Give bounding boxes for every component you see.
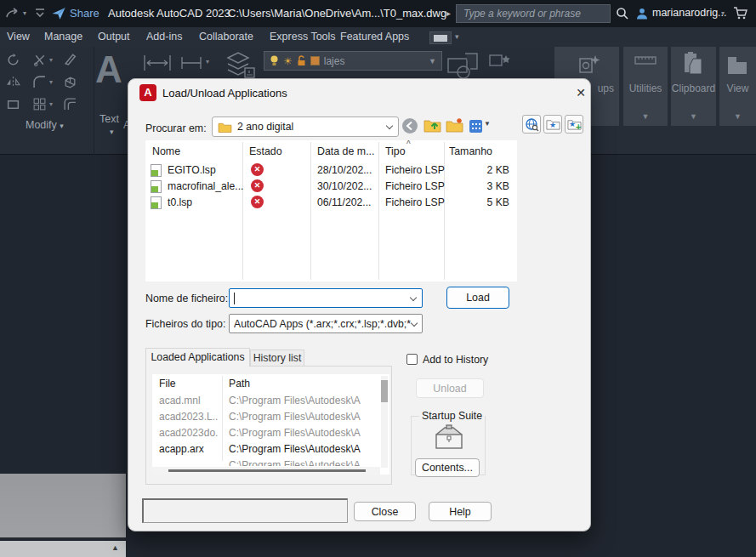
column-header-tipo[interactable]: Tipo [385,145,406,157]
layer-dropdown-caret[interactable]: ▼ [429,57,436,65]
redo-icon[interactable] [5,7,22,20]
column-header-data[interactable]: Data de m... [317,145,375,157]
tab-add-ins[interactable]: Add-ins [146,31,182,43]
app-store-cart-icon[interactable] [733,6,748,20]
new-folder-button[interactable] [445,116,463,134]
search-history-arrow[interactable]: ▸ [446,9,451,18]
file-row[interactable]: t0.lsp ✕ 06/11/202... Ficheiro LSP 5 KB [145,195,517,211]
scrollbar-thumb[interactable] [168,469,366,472]
dimension-tool-icon[interactable] [143,54,172,72]
share-button[interactable]: Share [70,7,99,20]
docked-palette-footer[interactable] [0,541,126,557]
loaded-row[interactable]: acad.mnl C:\Program Files\Autodesk\AutoC… [152,395,389,411]
back-button[interactable] [401,117,419,135]
clipboard-panel-caret[interactable]: ▼ [671,112,716,121]
tab-output[interactable]: Output [98,31,130,43]
clipboard-panel-tile[interactable]: Clipboard ▼ [671,47,716,126]
tab-collaborate[interactable]: Collaborate [199,31,253,43]
close-button[interactable]: Close [354,502,416,521]
look-in-dropdown-caret[interactable] [386,123,393,130]
help-search-box[interactable] [456,4,611,23]
layer-selector[interactable]: ☀ lajes ▼ [264,51,442,71]
rotate-tool-icon[interactable] [6,53,20,67]
layer-on-bulb-icon[interactable] [270,55,279,66]
utilities-panel-caret[interactable]: ▼ [623,112,668,121]
scrollbar-thumb[interactable] [381,380,388,402]
unload-button[interactable]: Unload [416,378,484,398]
fillet-dropdown-caret[interactable]: ▾ [49,78,53,86]
rectangle-tool-icon[interactable] [6,97,20,111]
vertical-scrollbar[interactable] [381,376,388,468]
tab-featured-apps[interactable]: Featured Apps [340,31,409,43]
contents-button[interactable]: Contents... [415,458,480,477]
user-avatar-icon[interactable] [635,7,649,20]
folder-file-list[interactable]: Nome Estado Data de m... Tipo ^ Tamanho … [145,140,517,281]
trim-tool-icon[interactable] [32,53,47,67]
insert-block-icon[interactable] [446,50,482,81]
utilities-panel-tile[interactable]: Utilities ▼ [623,47,668,126]
layer-unlock-icon[interactable] [297,55,306,66]
dimension-style-icon[interactable] [180,54,202,72]
text-tool-icon[interactable]: A [95,48,122,91]
loaded-row[interactable]: acapp.arx C:\Program Files\Autodesk\Auto… [152,443,389,459]
erase-tool-icon[interactable] [63,52,77,66]
views-dropdown-caret[interactable]: ▼ [484,120,491,128]
favorites-folder-button[interactable]: ★ [543,115,562,134]
file-row[interactable]: EGITO.lsp ✕ 28/10/202... Ficheiro LSP 2 … [145,162,517,179]
loaded-row[interactable]: acad2023do... C:\Program Files\Autodesk\… [152,427,389,443]
view-panel-caret[interactable]: ▼ [719,112,756,121]
column-header-nome[interactable]: Nome [152,145,180,157]
redo-dropdown-caret[interactable]: ▾ [23,9,26,17]
layer-color-swatch[interactable] [310,56,320,65]
file-name-dropdown-caret[interactable] [410,295,417,302]
user-menu-caret[interactable]: ▾ [721,9,725,17]
file-row[interactable]: macrofinal_ale... ✕ 30/10/202... Ficheir… [145,179,517,195]
loaded-applications-list[interactable]: File Path acad.mnl C:\Program Files\Auto… [152,374,389,475]
column-header-file[interactable]: File [159,378,176,389]
layer-properties-icon[interactable] [223,49,257,82]
load-button[interactable]: Load [446,287,509,309]
create-block-icon[interactable] [488,52,512,74]
palette-expand-icon[interactable]: ▲ [111,543,119,552]
offset-tool-icon[interactable] [63,97,77,111]
views-button[interactable] [466,117,485,135]
tab-manage[interactable]: Manage [44,31,82,43]
box-tool-icon[interactable] [63,75,77,89]
column-header-path[interactable]: Path [229,378,250,389]
search-input[interactable] [457,5,610,22]
modify-panel-label[interactable]: Modify ▾ [26,119,64,131]
dimension-dropdown-caret[interactable]: ▾ [206,58,209,65]
tab-express-tools[interactable]: Express Tools [270,31,336,43]
up-one-level-button[interactable] [423,116,441,134]
dialog-close-icon[interactable]: ✕ [571,83,591,102]
add-to-history-checkbox[interactable] [406,354,418,365]
loaded-row-partial[interactable]: C:\Program Files\Autodesk\AutoCA [152,459,389,466]
tab-view[interactable]: View [7,31,30,43]
tab-history-list[interactable]: History list [250,350,304,367]
trim-dropdown-caret[interactable]: ▾ [49,56,53,64]
username[interactable]: marianarodrig... [652,7,727,19]
search-icon[interactable] [616,7,629,20]
array-dropdown-caret[interactable]: ▾ [49,100,53,108]
ribbon-display-toggle[interactable] [429,31,452,44]
customize-quick-access-icon[interactable] [34,7,46,20]
array-tool-icon[interactable] [32,97,47,111]
look-in-combobox[interactable]: 2 ano digital [212,117,399,137]
docked-palette[interactable] [0,474,126,539]
add-to-favorites-button[interactable]: ★ + [565,115,583,134]
horizontal-scrollbar[interactable] [152,467,380,475]
column-header-estado[interactable]: Estado [249,145,282,157]
tab-loaded-applications[interactable]: Loaded Applications [145,348,250,367]
search-web-button[interactable] [522,115,541,134]
mirror-tool-icon[interactable] [6,75,20,89]
help-button[interactable]: Help [429,502,492,521]
briefcase-icon[interactable] [433,424,465,452]
layer-freeze-sun-icon[interactable]: ☀ [283,56,293,66]
ribbon-display-caret[interactable]: ▾ [455,32,459,41]
file-name-input[interactable] [229,288,423,308]
loaded-row[interactable]: acad2023.L... C:\Program Files\Autodesk\… [152,411,389,427]
file-type-select[interactable]: AutoCAD Apps (*.arx;*.crx;*.lsp;*.dvb;*.… [229,314,423,333]
column-header-tamanho[interactable]: Tamanho [449,145,492,157]
view-panel-tile[interactable]: View ▼ [719,47,756,126]
fillet-tool-icon[interactable] [32,75,47,89]
